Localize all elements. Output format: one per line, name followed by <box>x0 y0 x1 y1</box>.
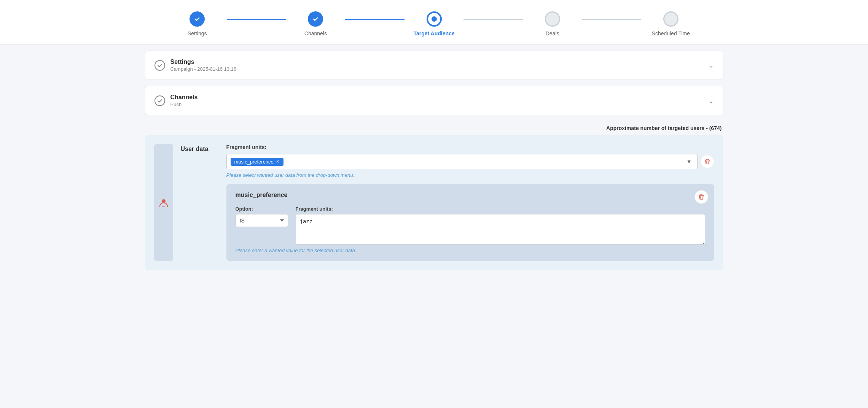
step-channels[interactable]: Channels <box>286 11 346 37</box>
pref-card-title: music_preference <box>236 192 705 198</box>
fragment-hint-text: Please select wanted user data from the … <box>226 172 714 178</box>
settings-check-icon <box>154 60 165 71</box>
fragment-value-textarea[interactable]: jazz <box>296 214 705 244</box>
music-preference-tag: music_preference ✕ <box>231 158 283 166</box>
top-fragment-units-label: Fragment units: <box>226 144 714 150</box>
stepper-container: Settings Channels Target Audience Deals <box>0 0 868 44</box>
step-deals[interactable]: Deals <box>523 11 582 37</box>
step-line-4 <box>582 19 641 20</box>
settings-accordion[interactable]: Settings Campaign - 2025-01-16 13:16 ⌄ <box>145 51 723 80</box>
main-content: Settings Campaign - 2025-01-16 13:16 ⌄ C… <box>130 51 739 270</box>
channels-chevron-icon[interactable]: ⌄ <box>708 97 714 105</box>
step-label-target-audience: Target Audience <box>413 30 454 37</box>
sidebar-user-icon <box>154 144 173 261</box>
step-line-1 <box>227 19 286 20</box>
settings-accordion-left: Settings Campaign - 2025-01-16 13:16 <box>154 59 236 72</box>
settings-chevron-icon[interactable]: ⌄ <box>708 61 714 70</box>
step-line-2 <box>345 19 405 20</box>
step-label-scheduled-time: Scheduled Time <box>652 30 690 37</box>
step-circle-target-audience <box>427 11 442 27</box>
step-target-audience[interactable]: Target Audience <box>405 11 464 37</box>
fragment-panel: Fragment units: music_preference ✕ ▼ <box>226 144 714 261</box>
pref-card-delete-button[interactable] <box>694 190 708 204</box>
pref-hint-text: Please enter a wanted value for the sele… <box>236 248 705 253</box>
step-circle-deals <box>545 11 560 27</box>
tag-input-row: music_preference ✕ ▼ <box>226 154 714 169</box>
settings-title: Settings <box>170 59 236 65</box>
svg-rect-1 <box>162 206 165 207</box>
approximate-users-text: Approximate number of targeted users - (… <box>145 121 723 135</box>
tag-close-button[interactable]: ✕ <box>276 159 280 164</box>
step-circle-scheduled-time <box>663 11 678 27</box>
channels-accordion-info: Channels Push <box>170 94 198 107</box>
stepper: Settings Channels Target Audience Deals <box>168 11 701 37</box>
channels-accordion-left: Channels Push <box>154 94 198 107</box>
fragment-value-label: Fragment units: <box>296 206 705 212</box>
user-data-label: User data <box>181 144 219 261</box>
delete-fragment-button[interactable] <box>701 155 714 168</box>
channels-accordion[interactable]: Channels Push ⌄ <box>145 86 723 115</box>
option-group: Option: IS IS NOT CONTAINS STARTS WITH <box>236 206 288 227</box>
step-label-deals: Deals <box>546 30 559 37</box>
fragment-value-group: Fragment units: jazz <box>296 206 705 244</box>
settings-accordion-info: Settings Campaign - 2025-01-16 13:16 <box>170 59 236 72</box>
pref-card: music_preference Option: IS IS NOT <box>226 184 714 261</box>
step-label-channels: Channels <box>304 30 327 37</box>
tag-text: music_preference <box>234 159 274 165</box>
channels-check-icon <box>154 95 165 106</box>
audience-area: Approximate number of targeted users - (… <box>145 121 723 270</box>
channels-title: Channels <box>170 94 198 101</box>
settings-subtitle: Campaign - 2025-01-16 13:16 <box>170 66 236 72</box>
option-label: Option: <box>236 206 288 212</box>
step-settings[interactable]: Settings <box>168 11 227 37</box>
tag-input-dropdown-icon[interactable]: ▼ <box>686 159 693 165</box>
step-circle-channels <box>308 11 323 27</box>
tag-input-wrapper[interactable]: music_preference ✕ ▼ <box>226 154 698 169</box>
step-scheduled-time[interactable]: Scheduled Time <box>641 11 701 37</box>
step-line-3 <box>463 19 523 20</box>
option-row: Option: IS IS NOT CONTAINS STARTS WITH F… <box>236 206 705 244</box>
step-circle-settings <box>190 11 205 27</box>
option-select[interactable]: IS IS NOT CONTAINS STARTS WITH <box>236 214 288 227</box>
channels-subtitle: Push <box>170 102 198 107</box>
step-label-settings: Settings <box>188 30 207 37</box>
audience-card: User data Fragment units: music_preferen… <box>145 135 723 270</box>
